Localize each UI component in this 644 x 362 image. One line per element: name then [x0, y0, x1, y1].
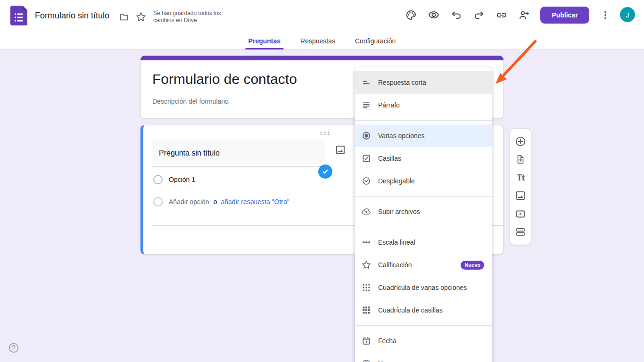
- menu-item-time[interactable]: Hora: [355, 352, 492, 362]
- active-tab-underline: [245, 48, 284, 49]
- question-type-menu: Respuesta corta Párrafo Varias opciones …: [355, 67, 492, 362]
- add-section-icon[interactable]: [515, 226, 526, 238]
- menu-item-multiple-choice-grid[interactable]: Cuadrícula de varias opciones: [355, 276, 492, 299]
- menu-item-dropdown[interactable]: Desplegable: [355, 170, 492, 192]
- top-bar: Formulario sin título Se han guardado to…: [0, 0, 644, 49]
- add-image-icon[interactable]: [335, 144, 346, 156]
- star-icon[interactable]: [136, 12, 146, 22]
- import-questions-icon[interactable]: [515, 154, 526, 165]
- account-avatar[interactable]: J: [620, 7, 635, 22]
- menu-item-short-answer[interactable]: Respuesta corta: [355, 71, 492, 94]
- menu-item-checkboxes[interactable]: Casillas: [355, 147, 492, 170]
- save-status-text[interactable]: Se han guardado todos los cambios en Dri…: [153, 10, 238, 24]
- multiple-choice-icon: [362, 131, 371, 140]
- menu-item-rating[interactable]: Calificación Nuevo: [355, 254, 492, 276]
- menu-separator: [355, 227, 492, 227]
- short-answer-icon: [362, 78, 371, 87]
- file-upload-icon: [362, 207, 371, 216]
- option-row-1[interactable]: Opción 1: [153, 174, 195, 185]
- menu-item-date[interactable]: Fecha: [355, 329, 492, 352]
- add-option-row[interactable]: Añadir opción o añadir respuesta "Otro": [153, 197, 289, 207]
- menu-separator: [355, 196, 492, 197]
- add-video-icon[interactable]: [515, 208, 526, 220]
- date-icon: [362, 336, 371, 346]
- publish-button[interactable]: Publicar: [540, 7, 589, 24]
- option-label[interactable]: Opción 1: [169, 176, 195, 183]
- google-forms-editor: Formulario sin título Se han guardado to…: [0, 0, 644, 362]
- radio-circle-icon: [153, 197, 163, 206]
- add-option-label[interactable]: Añadir opción: [169, 198, 209, 206]
- tab-questions[interactable]: Preguntas: [239, 32, 290, 49]
- form-description-input[interactable]: Descripción del formulario: [152, 98, 229, 105]
- multiple-choice-grid-icon: [362, 283, 371, 292]
- google-forms-logo-icon[interactable]: [10, 6, 27, 25]
- checkbox-icon: [362, 154, 371, 163]
- tab-settings[interactable]: Configuración: [345, 32, 405, 49]
- undo-icon[interactable]: [451, 9, 462, 21]
- linear-scale-icon: [362, 238, 371, 247]
- add-collaborators-icon[interactable]: [519, 9, 530, 21]
- document-title[interactable]: Formulario sin título: [35, 11, 109, 21]
- radio-circle-icon: [153, 175, 163, 184]
- check-cursor-badge: [318, 165, 332, 179]
- add-question-icon[interactable]: [515, 136, 526, 147]
- more-options-icon[interactable]: [600, 9, 611, 21]
- help-icon[interactable]: [8, 342, 19, 354]
- menu-separator: [355, 120, 492, 121]
- time-icon: [362, 359, 371, 362]
- form-title-input[interactable]: Formulario de contacto: [152, 71, 297, 87]
- menu-item-file-upload[interactable]: Subir archivos: [355, 200, 492, 223]
- insert-toolbar: Tt: [510, 128, 531, 245]
- dropdown-icon: [362, 176, 371, 186]
- preview-eye-icon[interactable]: [428, 9, 439, 21]
- drag-handle-icon[interactable]: [319, 131, 330, 136]
- rating-star-icon: [362, 260, 371, 270]
- menu-item-checkbox-grid[interactable]: Cuadrícula de casillas: [355, 299, 492, 321]
- menu-item-linear-scale[interactable]: Escala lineal: [355, 231, 492, 254]
- menu-item-multiple-choice[interactable]: Varias opciones: [355, 124, 492, 147]
- question-title-input[interactable]: Pregunta sin título: [152, 140, 325, 166]
- question-title-text: Pregunta sin título: [159, 149, 220, 157]
- add-title-text-icon[interactable]: Tt: [515, 172, 526, 183]
- menu-separator: [355, 325, 492, 326]
- editor-tabs: Preguntas Respuestas Configuración: [0, 32, 644, 49]
- add-image-block-icon[interactable]: [515, 190, 526, 201]
- redo-icon[interactable]: [473, 9, 485, 21]
- checkbox-grid-icon: [362, 305, 371, 315]
- theme-palette-icon[interactable]: [405, 9, 417, 21]
- or-text: o: [214, 198, 217, 206]
- move-to-folder-icon[interactable]: [119, 12, 129, 22]
- paragraph-icon: [362, 100, 371, 110]
- menu-item-paragraph[interactable]: Párrafo: [355, 94, 492, 116]
- add-other-link[interactable]: añadir respuesta "Otro": [221, 198, 289, 206]
- new-badge: Nuevo: [461, 261, 484, 270]
- tab-responses[interactable]: Respuestas: [290, 32, 345, 49]
- theme-accent-bar: [140, 56, 504, 60]
- copy-link-icon[interactable]: [496, 9, 507, 21]
